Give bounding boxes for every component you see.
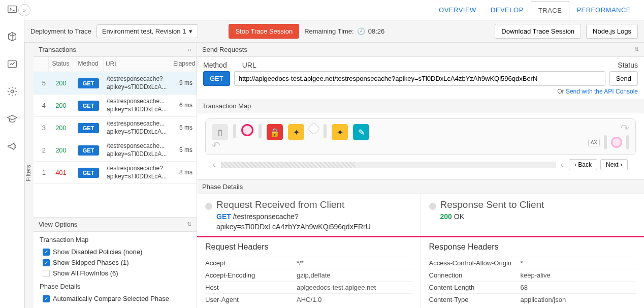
- analytics-badge[interactable]: AX: [588, 139, 600, 146]
- table-row[interactable]: 4 200 GET /testresponsecache...apikey=sT…: [34, 95, 197, 117]
- flow-start-icon[interactable]: [241, 124, 253, 136]
- table-row[interactable]: 3 200 GET /testresponsecache...apikey=sT…: [34, 117, 197, 139]
- graduation-icon[interactable]: [6, 113, 18, 125]
- expand-icon[interactable]: ⇅: [187, 221, 191, 228]
- chevron-down-icon: ▾: [189, 27, 192, 35]
- policy-step-icon[interactable]: ✦: [288, 124, 304, 140]
- api-console-link[interactable]: Send with the API Console: [566, 88, 638, 95]
- transaction-map-header: Transaction Map: [197, 99, 644, 113]
- expand-rail-button[interactable]: »: [18, 4, 30, 16]
- checkbox-option[interactable]: ✓Show Skipped Phases (1): [43, 257, 190, 268]
- package-icon[interactable]: [6, 30, 18, 43]
- policy-step-icon[interactable]: ✦: [332, 124, 348, 140]
- header-row: Content-Typeapplication/json: [429, 293, 636, 305]
- environment-dropdown[interactable]: Environment test, Revision 1 ▾: [96, 24, 198, 38]
- svg-rect-0: [8, 6, 16, 13]
- back-button[interactable]: ‹ Back: [569, 159, 597, 170]
- table-row[interactable]: 2 200 GET /testresponsecache...apikey=sT…: [34, 139, 197, 162]
- checkbox-option[interactable]: Show All FlowInfos (6): [43, 268, 190, 279]
- gear-icon[interactable]: [6, 85, 18, 98]
- transactions-header: Transactions ‹‹: [34, 43, 197, 57]
- flow-arrow-icon: ↶: [212, 139, 220, 151]
- transactions-table: Status Method URI Elapsed 5 200 GET /tes…: [34, 57, 197, 217]
- download-trace-button[interactable]: Download Trace Session: [495, 24, 581, 39]
- response-headers-title: Response Headers: [429, 242, 636, 252]
- nodejs-logs-button[interactable]: Node.js Logs: [586, 24, 638, 39]
- header-row: User-AgentAHC/1.0: [205, 293, 412, 305]
- trace-toolbar: Deployment to Trace Environment test, Re…: [24, 20, 644, 43]
- svg-point-2: [11, 90, 14, 93]
- send-requests-header: Send Requests ⇅: [197, 43, 644, 57]
- request-phase: Request Received from Client GET /testre…: [197, 194, 421, 236]
- checkbox-option[interactable]: ✓Show Disabled Policies (none): [43, 247, 190, 257]
- deployment-label: Deployment to Trace: [30, 27, 91, 35]
- request-headers-title: Request Headers: [205, 242, 412, 252]
- analytics-icon[interactable]: [6, 58, 18, 70]
- collapse-icon[interactable]: ‹‹: [188, 47, 191, 53]
- next-button[interactable]: Next ›: [600, 159, 628, 170]
- tab-trace[interactable]: TRACE: [531, 1, 570, 20]
- expand-icon[interactable]: ⇅: [634, 46, 639, 53]
- phase-details-header: Phase Details: [197, 180, 644, 194]
- topbar: » OVERVIEWDEVELOPTRACEPERFORMANCE: [24, 0, 644, 20]
- view-options-header: View Options ⇅: [34, 218, 197, 232]
- tab-performance[interactable]: PERFORMANCE: [569, 1, 638, 19]
- client-icon[interactable]: ▯: [212, 124, 228, 140]
- response-phase: Response Sent to Client 200 OK: [421, 194, 645, 236]
- terminal-icon[interactable]: [6, 3, 18, 15]
- transaction-map[interactable]: ▯ 🔒 ✦ ✦ ✎ ↶ ↷ AX: [205, 118, 636, 155]
- policy-edit-icon[interactable]: ✎: [353, 124, 369, 140]
- stop-trace-button[interactable]: Stop Trace Session: [229, 24, 299, 39]
- header-row: Accept-Encodinggzip,deflate: [205, 269, 412, 281]
- clock-icon: 🕗: [357, 27, 365, 35]
- header-row: Hostapigeedocs-test.apigee.net: [205, 281, 412, 293]
- tab-overview[interactable]: OVERVIEW: [432, 1, 484, 19]
- header-row: Access-Control-Allow-Origin*: [429, 257, 636, 269]
- remaining-time: Remaining Time: 🕗 08:26: [304, 27, 384, 35]
- flow-end-icon[interactable]: [611, 137, 622, 148]
- table-row[interactable]: 1 401 GET /testresponsecache?apikey=sTl0…: [34, 162, 197, 184]
- header-row: Connectionkeep-alive: [429, 269, 636, 281]
- header-row: Accept*/*: [205, 257, 412, 269]
- header-row: Content-Length68: [429, 281, 636, 293]
- url-input[interactable]: [234, 71, 605, 86]
- side-rail: [0, 0, 24, 308]
- tab-develop[interactable]: DEVELOP: [484, 1, 531, 19]
- filters-tab[interactable]: Filters: [24, 43, 34, 308]
- policy-security-icon[interactable]: 🔒: [267, 124, 283, 140]
- phase-slider[interactable]: [221, 162, 556, 168]
- method-button[interactable]: GET: [203, 71, 230, 86]
- megaphone-icon[interactable]: [6, 140, 18, 152]
- send-button[interactable]: Send: [609, 71, 638, 86]
- checkbox-option[interactable]: ✓Automatically Compare Selected Phase: [43, 293, 190, 304]
- condition-icon[interactable]: [307, 122, 320, 135]
- table-row[interactable]: 5 200 GET /testresponsecache?apikey=sTl0…: [34, 72, 197, 95]
